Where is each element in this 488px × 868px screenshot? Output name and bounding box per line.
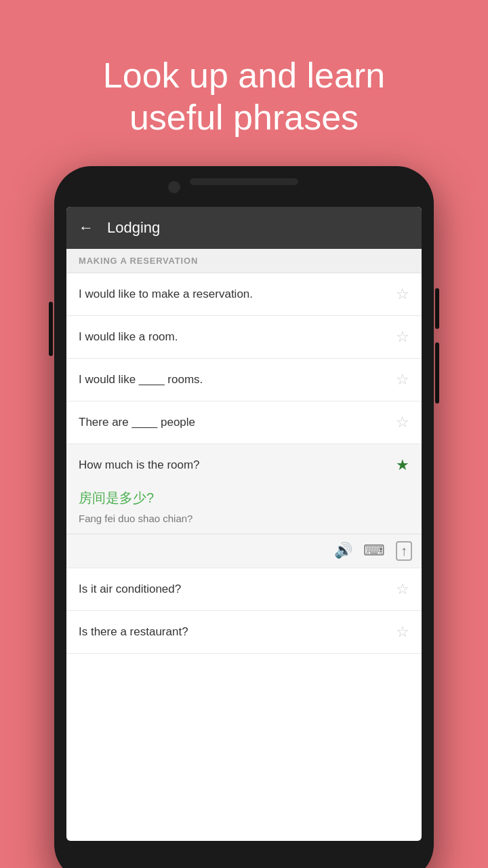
phrase-text: How much is the room? (79, 458, 396, 472)
header-section: Look up and learn useful phrases (62, 0, 426, 166)
star-icon[interactable]: ☆ (396, 285, 409, 303)
star-icon[interactable]: ☆ (396, 623, 409, 641)
header-line2: useful phrases (129, 98, 359, 137)
list-item-expanded: How much is the room? ★ 房间是多少? Fang fei … (66, 444, 422, 568)
phone-mockup: ← Lodging MAKING A RESERVATION I would l… (54, 166, 434, 868)
list-item: Is there a restaurant? ☆ (66, 611, 422, 654)
phone-side-button-top (435, 288, 439, 329)
phrase-text: Is it air conditioned? (79, 583, 396, 596)
phrase-action-bar: 🔊 ⌨ ↑ (66, 534, 422, 568)
phrase-text: I would like ____ rooms. (79, 373, 396, 387)
phrase-main-row: How much is the room? ★ (66, 444, 422, 486)
phone-side-button-bottom (435, 342, 439, 403)
screen-title: Lodging (107, 219, 160, 237)
phone-camera (168, 181, 180, 193)
star-filled-icon[interactable]: ★ (396, 456, 409, 474)
phrase-text: I would like to make a reservation. (79, 288, 396, 301)
header-line1: Look up and learn (103, 56, 385, 95)
list-item: I would like ____ rooms. ☆ (66, 359, 422, 401)
section-header: MAKING A RESERVATION (66, 249, 422, 273)
app-bar: ← Lodging (66, 207, 422, 249)
share-icon[interactable]: ↑ (396, 541, 412, 561)
star-icon[interactable]: ☆ (396, 371, 409, 389)
star-icon[interactable]: ☆ (396, 414, 409, 431)
keyboard-icon[interactable]: ⌨ (363, 542, 385, 559)
phone-left-button (49, 302, 53, 356)
star-icon[interactable]: ☆ (396, 328, 409, 346)
phrase-list: I would like to make a reservation. ☆ I … (66, 273, 422, 654)
list-item: There are ____ people ☆ (66, 401, 422, 444)
phrase-romanization: Fang fei duo shao chian? (66, 513, 205, 534)
back-button[interactable]: ← (79, 219, 94, 237)
list-item: I would like to make a reservation. ☆ (66, 273, 422, 316)
phrase-text: Is there a restaurant? (79, 625, 396, 639)
phone-screen: ← Lodging MAKING A RESERVATION I would l… (66, 207, 422, 841)
phone-frame: ← Lodging MAKING A RESERVATION I would l… (54, 166, 434, 868)
list-item: Is it air conditioned? ☆ (66, 568, 422, 611)
speaker-icon[interactable]: 🔊 (334, 542, 352, 559)
list-item: I would like a room. ☆ (66, 316, 422, 359)
phrase-text: I would like a room. (79, 330, 396, 344)
star-icon[interactable]: ☆ (396, 580, 409, 598)
phrase-translation: 房间是多少? (66, 486, 166, 513)
phrase-text: There are ____ people (79, 416, 396, 429)
